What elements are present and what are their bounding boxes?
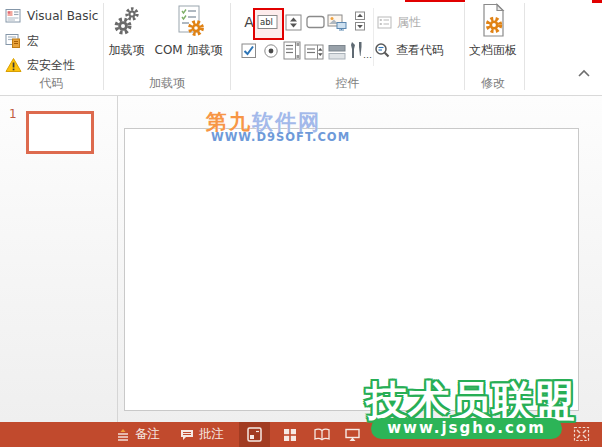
workspace: 1 第九软件网 WWW.D9SOFT.COM 技术员联盟 www.jsgho.c… xyxy=(0,96,602,422)
macro-security-label: 宏安全性 xyxy=(27,57,75,74)
slideshow-view-button[interactable] xyxy=(337,422,368,447)
document-panel-button[interactable]: 文档面板 xyxy=(462,3,524,59)
checkbox-control-button[interactable] xyxy=(238,41,260,61)
slide-sorter-view-button[interactable] xyxy=(274,422,305,447)
slide-number: 1 xyxy=(9,107,17,121)
listbox-control-icon xyxy=(283,41,301,60)
properties-button: 属性 xyxy=(377,11,421,33)
image-control-icon xyxy=(327,14,347,31)
properties-label: 属性 xyxy=(397,14,421,31)
addins-button[interactable]: 加载项 xyxy=(105,4,148,59)
document-panel-icon xyxy=(478,3,508,40)
addins-label: 加载项 xyxy=(109,42,145,59)
toggle-button-control-button[interactable] xyxy=(326,42,348,62)
normal-view-icon xyxy=(247,427,262,442)
notes-label: 备注 xyxy=(135,426,160,443)
notes-icon xyxy=(116,428,130,441)
visual-basic-label: Visual Basic xyxy=(27,9,98,23)
more-controls-icon: … xyxy=(347,40,373,60)
option-button-control-button[interactable] xyxy=(260,41,282,61)
scrollbar-control-icon xyxy=(354,11,366,31)
spin-button-control-button[interactable] xyxy=(282,12,304,32)
ribbon-developer-tab: Visual Basic 宏 宏安全性 代码 加载项 COM 加载项 加载项 A… xyxy=(0,0,602,96)
macros-label: 宏 xyxy=(27,33,39,50)
slide-thumbnail[interactable] xyxy=(26,111,94,154)
view-code-button[interactable]: 查看代码 xyxy=(374,39,444,61)
command-button-control-button[interactable] xyxy=(304,12,326,32)
com-addins-button[interactable]: COM 加载项 xyxy=(149,4,228,59)
macro-security-button[interactable]: 宏安全性 xyxy=(5,54,75,76)
combobox-control-button[interactable] xyxy=(303,42,325,62)
group-separator xyxy=(524,3,525,90)
collapse-ribbon-button[interactable] xyxy=(576,66,592,80)
image-control-button[interactable] xyxy=(326,12,348,32)
normal-view-button[interactable] xyxy=(239,422,270,447)
reading-view-button[interactable] xyxy=(306,422,337,447)
code-group-label: 代码 xyxy=(0,75,103,91)
red-crop-line-right xyxy=(592,0,602,3)
visual-basic-button[interactable]: Visual Basic xyxy=(5,5,98,27)
more-controls-ellipsis: … xyxy=(363,50,372,60)
command-button-control-icon xyxy=(306,15,325,29)
slide-canvas[interactable] xyxy=(124,128,579,411)
svg-text:abl: abl xyxy=(260,17,273,27)
modify-group-label: 修改 xyxy=(462,75,524,91)
addins-group-label: 加载项 xyxy=(104,75,230,91)
macro-icon xyxy=(5,33,22,49)
more-controls-button[interactable]: … xyxy=(347,40,373,60)
view-code-icon xyxy=(374,42,391,59)
watermark-site-url: WWW.D9SOFT.COM xyxy=(211,130,350,144)
toggle-button-control-icon xyxy=(328,44,346,60)
listbox-control-button[interactable] xyxy=(281,40,303,60)
reading-view-icon xyxy=(314,428,330,441)
com-addins-label: COM 加载项 xyxy=(155,42,223,59)
macros-button[interactable]: 宏 xyxy=(5,30,39,52)
option-button-control-icon xyxy=(263,43,279,59)
properties-icon xyxy=(377,16,392,29)
controls-group-label: 控件 xyxy=(231,75,464,91)
badge-site-url: www.jsgho.com xyxy=(371,418,562,439)
warning-triangle-icon xyxy=(5,57,22,73)
scrollbar-control-button[interactable] xyxy=(349,11,371,31)
chevron-up-icon xyxy=(576,67,592,81)
document-panel-label: 文档面板 xyxy=(469,42,517,59)
slide-sorter-icon xyxy=(283,428,297,442)
slideshow-icon xyxy=(345,428,360,442)
slide-thumbnail-panel: 1 xyxy=(0,96,118,422)
red-crop-line xyxy=(405,0,465,2)
view-code-label: 查看代码 xyxy=(396,42,444,59)
com-addins-checklist-icon xyxy=(172,4,206,40)
combobox-control-icon xyxy=(304,44,324,60)
textbox-control-icon: abl xyxy=(257,14,278,30)
notes-toggle-button[interactable]: 备注 xyxy=(116,422,160,447)
gears-icon xyxy=(112,4,142,40)
visual-basic-icon xyxy=(5,8,22,24)
comment-icon xyxy=(180,428,194,441)
checkbox-control-icon xyxy=(241,43,257,59)
spin-button-control-icon xyxy=(285,14,302,31)
textbox-control-button[interactable]: abl xyxy=(256,12,278,32)
comments-label: 批注 xyxy=(199,426,224,443)
comments-toggle-button[interactable]: 批注 xyxy=(180,422,224,447)
